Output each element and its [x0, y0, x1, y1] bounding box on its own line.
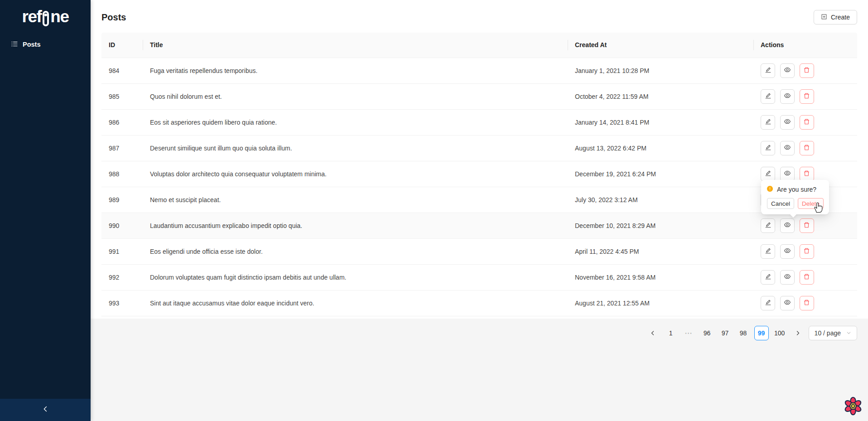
- page-button-98[interactable]: 98: [736, 326, 751, 340]
- cell-created-at: December 10, 2021 8:29 AM: [568, 213, 753, 238]
- delete-popconfirm: Are you sure? Cancel Delete: [761, 180, 829, 214]
- posts-list-card: Posts Create ID Title Created At Actions: [91, 0, 868, 319]
- cell-created-at: October 4, 2022 11:59 AM: [568, 83, 753, 109]
- edit-button[interactable]: [761, 244, 775, 259]
- trash-icon: [803, 247, 810, 256]
- logo-text-pre: ref: [22, 7, 42, 26]
- table-row[interactable]: 992 Dolorum voluptates quam fugit distin…: [101, 264, 857, 290]
- sidebar-item-posts[interactable]: Posts: [0, 35, 91, 53]
- edit-button[interactable]: [761, 218, 775, 233]
- create-button[interactable]: Create: [814, 10, 857, 24]
- cell-id: 993: [101, 290, 143, 316]
- confirm-delete-button[interactable]: Delete: [798, 198, 824, 209]
- cell-title: Eos eligendi unde officia esse iste dolo…: [143, 238, 568, 264]
- pagination-ellipsis[interactable]: •••: [682, 326, 696, 340]
- cell-title: Sint aut itaque accusamus vitae dolor ea…: [143, 290, 568, 316]
- eye-icon: [784, 273, 791, 281]
- delete-button[interactable]: [800, 115, 814, 130]
- cell-title: Laudantium accusantium explicabo impedit…: [143, 213, 568, 238]
- delete-button[interactable]: [800, 167, 814, 181]
- column-header-title: Title: [143, 33, 568, 58]
- table-row[interactable]: 985 Quos nihil dolorum est et. October 4…: [101, 83, 857, 109]
- show-button[interactable]: [780, 270, 795, 285]
- delete-button[interactable]: [800, 296, 814, 310]
- cell-actions: [753, 83, 857, 109]
- cell-id: 984: [101, 58, 143, 83]
- page-button-1[interactable]: 1: [664, 326, 678, 340]
- edit-button[interactable]: [761, 115, 775, 130]
- cell-title: Fuga veritatis repellendus temporibus.: [143, 58, 568, 83]
- cell-actions: [753, 264, 857, 290]
- table-row[interactable]: 993 Sint aut itaque accusamus vitae dolo…: [101, 290, 857, 316]
- delete-button[interactable]: [800, 63, 814, 78]
- edit-icon: [765, 92, 772, 101]
- show-button[interactable]: [780, 167, 795, 181]
- page-button-96[interactable]: 96: [700, 326, 714, 340]
- popconfirm-message: Are you sure?: [777, 186, 816, 193]
- cell-title: Dolorum voluptates quam fugit distinctio…: [143, 264, 568, 290]
- delete-button[interactable]: [800, 141, 814, 155]
- cell-title: Nemo et suscipit placeat.: [143, 187, 568, 213]
- delete-button[interactable]: [800, 270, 814, 285]
- cell-created-at: January 1, 2021 10:28 PM: [568, 58, 753, 83]
- sidebar-collapse-trigger[interactable]: [0, 399, 91, 421]
- edit-icon: [765, 222, 772, 230]
- edit-button[interactable]: [761, 141, 775, 155]
- edit-button[interactable]: [761, 270, 775, 285]
- table-row[interactable]: 991 Eos eligendi unde officia esse iste …: [101, 238, 857, 264]
- delete-button[interactable]: [800, 89, 814, 104]
- delete-button[interactable]: [800, 244, 814, 259]
- show-button[interactable]: [780, 244, 795, 259]
- cell-actions: [753, 109, 857, 135]
- chevron-down-icon: [846, 329, 851, 337]
- trash-icon: [803, 67, 810, 75]
- page-size-select[interactable]: 10 / page: [809, 326, 857, 340]
- show-button[interactable]: [780, 89, 795, 104]
- show-button[interactable]: [780, 296, 795, 310]
- edit-button[interactable]: [761, 167, 775, 181]
- show-button[interactable]: [780, 218, 795, 233]
- cell-actions: [753, 58, 857, 83]
- table-row[interactable]: 986 Eos sit asperiores quidem libero qui…: [101, 109, 857, 135]
- show-button[interactable]: [780, 141, 795, 155]
- table-row[interactable]: 988 Voluptas dolor architecto quia conse…: [101, 161, 857, 187]
- trash-icon: [803, 118, 810, 126]
- column-header-created-at: Created At: [568, 33, 753, 58]
- trash-icon: [803, 299, 810, 307]
- logo-text-post: ne: [50, 7, 68, 26]
- cell-created-at: April 11, 2022 4:45 PM: [568, 238, 753, 264]
- edit-button[interactable]: [761, 63, 775, 78]
- table-row[interactable]: 984 Fuga veritatis repellendus temporibu…: [101, 58, 857, 83]
- popconfirm-message-row: Are you sure?: [767, 185, 824, 194]
- table-row[interactable]: 990 Laudantium accusantium explicabo imp…: [101, 213, 857, 238]
- prev-page-button[interactable]: [646, 326, 660, 340]
- eye-icon: [784, 299, 791, 307]
- column-header-id: ID: [101, 33, 143, 58]
- refine-logo[interactable]: refne: [0, 0, 91, 29]
- edit-icon: [765, 273, 772, 281]
- table-row[interactable]: 987 Deserunt similique sunt illum quo qu…: [101, 135, 857, 161]
- page-button-97[interactable]: 97: [718, 326, 733, 340]
- cell-id: 990: [101, 213, 143, 238]
- edit-button[interactable]: [761, 89, 775, 104]
- table-header-row: ID Title Created At Actions: [101, 33, 857, 58]
- cancel-button[interactable]: Cancel: [767, 198, 794, 209]
- delete-button[interactable]: [800, 218, 814, 233]
- page-button-100[interactable]: 100: [772, 326, 787, 340]
- table-row[interactable]: 989 Nemo et suscipit placeat. July 30, 2…: [101, 187, 857, 213]
- cell-id: 989: [101, 187, 143, 213]
- cell-created-at: August 13, 2022 6:42 PM: [568, 135, 753, 161]
- show-button[interactable]: [780, 63, 795, 78]
- next-page-button[interactable]: [791, 326, 805, 340]
- eye-icon: [784, 247, 791, 256]
- cell-created-at: November 16, 2021 9:58 AM: [568, 264, 753, 290]
- page-button-99[interactable]: 99: [754, 326, 769, 340]
- edit-button[interactable]: [761, 296, 775, 310]
- show-button[interactable]: [780, 115, 795, 130]
- eye-icon: [784, 92, 791, 101]
- page-title: Posts: [101, 12, 126, 23]
- refine-flower-icon[interactable]: [843, 396, 863, 416]
- edit-icon: [765, 118, 772, 126]
- eye-icon: [784, 144, 791, 152]
- cell-id: 985: [101, 83, 143, 109]
